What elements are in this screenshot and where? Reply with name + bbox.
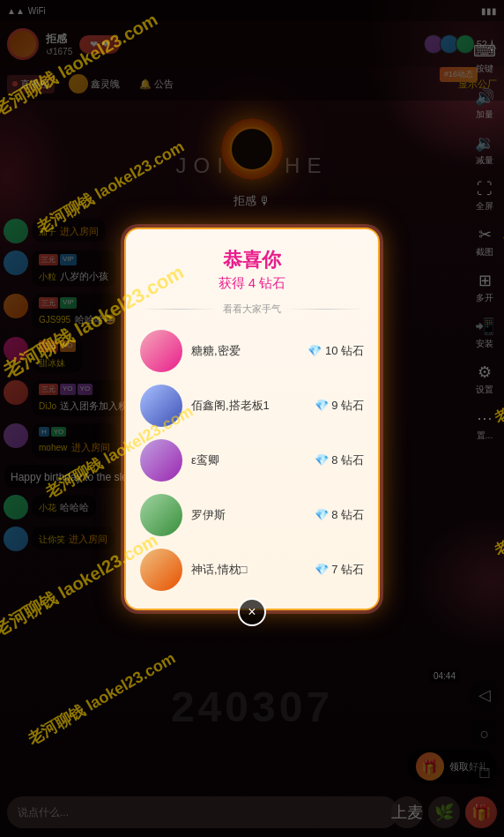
rank-avatar-2 xyxy=(140,385,182,427)
divider-line-left xyxy=(140,309,218,310)
rank-avatar-4 xyxy=(140,494,182,536)
rank-avatar-3 xyxy=(140,439,182,482)
diamond-icon-4: 💎 xyxy=(315,508,332,521)
rank-score-4: 💎 8 钻石 xyxy=(315,507,364,523)
diamond-icon-2: 💎 xyxy=(315,399,332,412)
rank-item-5: 神话,情枕□ 💎 7 钻石 xyxy=(140,545,364,594)
modal-title: 恭喜你 xyxy=(140,247,364,273)
rank-name-2: 佰鑫阁,搭老板1 xyxy=(191,398,306,414)
rank-item-4: 罗伊斯 💎 8 钻石 xyxy=(140,490,364,540)
modal-divider: 看看大家手气 xyxy=(140,303,364,316)
rank-avatar-1 xyxy=(140,330,182,372)
diamond-icon-5: 💎 xyxy=(315,563,332,576)
rank-item-2: 佰鑫阁,搭老板1 💎 9 钻石 xyxy=(140,381,364,430)
rank-item-1: 糖糖,密爱 💎 10 钻石 xyxy=(140,326,364,376)
divider-text: 看看大家手气 xyxy=(223,303,281,316)
rank-score-1: 💎 10 钻石 xyxy=(308,343,364,359)
divider-line-right xyxy=(286,309,364,310)
modal-overlay: 恭喜你 获得 4 钻石 看看大家手气 糖糖,密爱 💎 10 钻石 佰鑫阁,搭老板… xyxy=(0,0,504,837)
diamond-icon-1: 💎 xyxy=(308,344,325,357)
rank-item-3: ε鸾卿 💎 8 钻石 xyxy=(140,436,364,485)
rank-list: 糖糖,密爱 💎 10 钻石 佰鑫阁,搭老板1 💎 9 钻石 ε鸾卿 💎 xyxy=(140,326,364,594)
rank-name-5: 神话,情枕□ xyxy=(191,562,306,578)
rank-name-1: 糖糖,密爱 xyxy=(191,343,299,359)
diamond-icon-3: 💎 xyxy=(315,453,332,467)
rank-score-2: 💎 9 钻石 xyxy=(315,398,364,414)
rank-name-4: 罗伊斯 xyxy=(191,507,306,523)
modal-subtitle: 获得 4 钻石 xyxy=(140,275,364,292)
rank-name-3: ε鸾卿 xyxy=(191,452,306,468)
rank-score-5: 💎 7 钻石 xyxy=(315,562,364,578)
rank-score-3: 💎 8 钻石 xyxy=(315,452,364,468)
modal-close-button[interactable]: × xyxy=(238,598,266,626)
reward-modal: 恭喜你 获得 4 钻石 看看大家手气 糖糖,密爱 💎 10 钻石 佰鑫阁,搭老板… xyxy=(124,228,380,610)
rank-avatar-5 xyxy=(140,549,182,591)
